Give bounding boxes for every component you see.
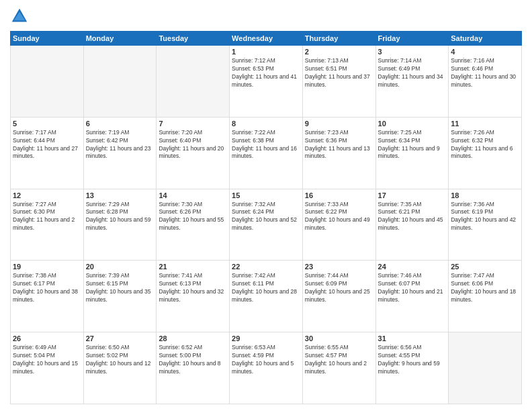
day-info: Sunrise: 7:23 AMSunset: 6:36 PMDaylight:… (305, 129, 373, 161)
day-info: Sunrise: 7:14 AMSunset: 6:49 PMDaylight:… (378, 57, 447, 89)
day-cell-25: 25Sunrise: 7:47 AMSunset: 6:06 PMDayligh… (449, 261, 522, 332)
day-cell-10: 10Sunrise: 7:25 AMSunset: 6:34 PMDayligh… (375, 117, 449, 189)
day-cell-28: 28Sunrise: 6:52 AMSunset: 5:00 PMDayligh… (157, 332, 230, 404)
day-cell-18: 18Sunrise: 7:36 AMSunset: 6:19 PMDayligh… (449, 189, 522, 261)
day-info: Sunrise: 7:12 AMSunset: 6:53 PMDaylight:… (232, 57, 300, 89)
weekday-tuesday: Tuesday (157, 32, 230, 46)
day-info: Sunrise: 7:27 AMSunset: 6:30 PMDaylight:… (13, 201, 81, 233)
day-info: Sunrise: 7:32 AMSunset: 6:24 PMDaylight:… (232, 201, 300, 233)
day-number: 16 (305, 191, 373, 199)
day-info: Sunrise: 7:19 AMSunset: 6:42 PMDaylight:… (86, 129, 154, 161)
weekday-monday: Monday (83, 32, 157, 46)
day-cell-24: 24Sunrise: 7:46 AMSunset: 6:07 PMDayligh… (375, 261, 449, 332)
day-cell-23: 23Sunrise: 7:44 AMSunset: 6:09 PMDayligh… (302, 261, 375, 332)
day-cell-29: 29Sunrise: 6:53 AMSunset: 4:59 PMDayligh… (230, 332, 303, 404)
day-number: 13 (86, 191, 154, 199)
day-cell-14: 14Sunrise: 7:30 AMSunset: 6:26 PMDayligh… (157, 189, 230, 261)
day-number: 14 (159, 191, 227, 199)
empty-cell (449, 332, 522, 404)
week-row-3: 12Sunrise: 7:27 AMSunset: 6:30 PMDayligh… (11, 189, 522, 261)
day-number: 23 (305, 263, 373, 271)
logo (10, 7, 32, 26)
week-row-1: 1Sunrise: 7:12 AMSunset: 6:53 PMDaylight… (11, 46, 522, 118)
day-cell-19: 19Sunrise: 7:38 AMSunset: 6:17 PMDayligh… (11, 261, 84, 332)
day-cell-26: 26Sunrise: 6:49 AMSunset: 5:04 PMDayligh… (11, 332, 84, 404)
day-number: 20 (86, 263, 154, 271)
day-number: 28 (159, 334, 227, 342)
day-cell-17: 17Sunrise: 7:35 AMSunset: 6:21 PMDayligh… (375, 189, 449, 261)
day-number: 2 (305, 48, 373, 56)
day-cell-8: 8Sunrise: 7:22 AMSunset: 6:38 PMDaylight… (230, 117, 303, 189)
day-info: Sunrise: 7:30 AMSunset: 6:26 PMDaylight:… (159, 201, 227, 233)
day-cell-5: 5Sunrise: 7:17 AMSunset: 6:44 PMDaylight… (11, 117, 84, 189)
day-info: Sunrise: 7:22 AMSunset: 6:38 PMDaylight:… (232, 129, 300, 161)
day-cell-12: 12Sunrise: 7:27 AMSunset: 6:30 PMDayligh… (11, 189, 84, 261)
day-cell-11: 11Sunrise: 7:26 AMSunset: 6:32 PMDayligh… (449, 117, 522, 189)
week-row-5: 26Sunrise: 6:49 AMSunset: 5:04 PMDayligh… (11, 332, 522, 404)
day-number: 19 (13, 263, 81, 271)
day-number: 27 (86, 334, 154, 342)
day-cell-27: 27Sunrise: 6:50 AMSunset: 5:02 PMDayligh… (83, 332, 157, 404)
calendar-table: SundayMondayTuesdayWednesdayThursdayFrid… (10, 31, 522, 404)
day-info: Sunrise: 7:42 AMSunset: 6:11 PMDaylight:… (232, 272, 300, 304)
day-number: 7 (159, 120, 227, 128)
day-number: 11 (451, 120, 519, 128)
day-info: Sunrise: 6:52 AMSunset: 5:00 PMDaylight:… (159, 344, 227, 376)
day-info: Sunrise: 6:50 AMSunset: 5:02 PMDaylight:… (86, 344, 154, 376)
day-number: 30 (305, 334, 373, 342)
day-cell-2: 2Sunrise: 7:13 AMSunset: 6:51 PMDaylight… (302, 46, 375, 118)
day-number: 17 (378, 191, 447, 199)
day-cell-30: 30Sunrise: 6:55 AMSunset: 4:57 PMDayligh… (302, 332, 375, 404)
day-cell-7: 7Sunrise: 7:20 AMSunset: 6:40 PMDaylight… (157, 117, 230, 189)
day-number: 22 (232, 263, 300, 271)
day-info: Sunrise: 7:20 AMSunset: 6:40 PMDaylight:… (159, 129, 227, 161)
day-number: 5 (13, 120, 81, 128)
logo-icon (10, 7, 29, 26)
day-cell-6: 6Sunrise: 7:19 AMSunset: 6:42 PMDaylight… (83, 117, 157, 189)
day-cell-13: 13Sunrise: 7:29 AMSunset: 6:28 PMDayligh… (83, 189, 157, 261)
day-info: Sunrise: 6:53 AMSunset: 4:59 PMDaylight:… (232, 344, 300, 376)
day-cell-16: 16Sunrise: 7:33 AMSunset: 6:22 PMDayligh… (302, 189, 375, 261)
day-cell-1: 1Sunrise: 7:12 AMSunset: 6:53 PMDaylight… (230, 46, 303, 118)
day-number: 4 (451, 48, 519, 56)
day-info: Sunrise: 7:38 AMSunset: 6:17 PMDaylight:… (13, 272, 81, 304)
day-info: Sunrise: 7:13 AMSunset: 6:51 PMDaylight:… (305, 57, 373, 89)
header (10, 7, 522, 26)
day-info: Sunrise: 7:47 AMSunset: 6:06 PMDaylight:… (451, 272, 519, 304)
day-cell-15: 15Sunrise: 7:32 AMSunset: 6:24 PMDayligh… (230, 189, 303, 261)
day-number: 1 (232, 48, 300, 56)
day-cell-3: 3Sunrise: 7:14 AMSunset: 6:49 PMDaylight… (375, 46, 449, 118)
week-row-2: 5Sunrise: 7:17 AMSunset: 6:44 PMDaylight… (11, 117, 522, 189)
empty-cell (83, 46, 157, 118)
day-number: 6 (86, 120, 154, 128)
weekday-wednesday: Wednesday (230, 32, 303, 46)
weekday-friday: Friday (375, 32, 449, 46)
day-info: Sunrise: 6:49 AMSunset: 5:04 PMDaylight:… (13, 344, 81, 376)
day-cell-9: 9Sunrise: 7:23 AMSunset: 6:36 PMDaylight… (302, 117, 375, 189)
day-info: Sunrise: 7:29 AMSunset: 6:28 PMDaylight:… (86, 201, 154, 233)
day-number: 31 (378, 334, 447, 342)
weekday-thursday: Thursday (302, 32, 375, 46)
day-cell-4: 4Sunrise: 7:16 AMSunset: 6:46 PMDaylight… (449, 46, 522, 118)
day-info: Sunrise: 7:16 AMSunset: 6:46 PMDaylight:… (451, 57, 519, 89)
day-number: 24 (378, 263, 447, 271)
day-info: Sunrise: 7:44 AMSunset: 6:09 PMDaylight:… (305, 272, 373, 304)
weekday-saturday: Saturday (449, 32, 522, 46)
day-number: 29 (232, 334, 300, 342)
day-number: 21 (159, 263, 227, 271)
weekday-header-row: SundayMondayTuesdayWednesdayThursdayFrid… (11, 32, 522, 46)
day-info: Sunrise: 7:46 AMSunset: 6:07 PMDaylight:… (378, 272, 447, 304)
day-cell-31: 31Sunrise: 6:56 AMSunset: 4:55 PMDayligh… (375, 332, 449, 404)
day-info: Sunrise: 7:41 AMSunset: 6:13 PMDaylight:… (159, 272, 227, 304)
day-cell-20: 20Sunrise: 7:39 AMSunset: 6:15 PMDayligh… (83, 261, 157, 332)
page: SundayMondayTuesdayWednesdayThursdayFrid… (0, 0, 532, 411)
week-row-4: 19Sunrise: 7:38 AMSunset: 6:17 PMDayligh… (11, 261, 522, 332)
day-number: 8 (232, 120, 300, 128)
day-number: 25 (451, 263, 519, 271)
day-info: Sunrise: 7:36 AMSunset: 6:19 PMDaylight:… (451, 201, 519, 233)
day-number: 15 (232, 191, 300, 199)
day-info: Sunrise: 6:56 AMSunset: 4:55 PMDaylight:… (378, 344, 447, 376)
empty-cell (11, 46, 84, 118)
day-cell-22: 22Sunrise: 7:42 AMSunset: 6:11 PMDayligh… (230, 261, 303, 332)
weekday-sunday: Sunday (11, 32, 84, 46)
